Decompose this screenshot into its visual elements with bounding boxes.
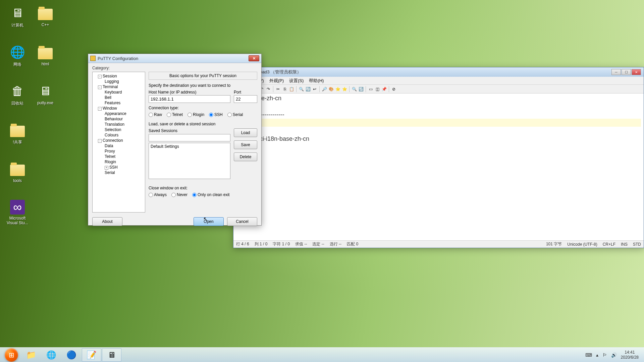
load-button[interactable]: Load (234, 128, 257, 137)
tree-item-appearance[interactable]: Appearance (93, 111, 144, 116)
close-button[interactable]: ✕ (249, 55, 259, 61)
save-button[interactable]: Save (234, 140, 257, 149)
desktop-icon--[interactable]: !共享 (4, 122, 31, 145)
radio-close-only-on-clean-exit[interactable]: Only on clean exit (192, 192, 229, 197)
ime-icon[interactable]: ⌨ (585, 352, 592, 358)
zoom-in-icon[interactable]: 🔎 (321, 86, 327, 92)
tree-toggle-icon[interactable]: - (98, 75, 102, 78)
tree-toggle-icon[interactable]: - (98, 85, 102, 89)
notepad3-titlebar[interactable]: xt [I:\] - Notepad3 （管理员权限） ─ ☐ ✕ (233, 67, 644, 77)
taskbar-chrome[interactable]: 🔵 (62, 348, 81, 362)
tree-item-bell[interactable]: Bell (93, 95, 144, 100)
search-icon[interactable]: 🔍 (351, 86, 357, 92)
tree-item-session[interactable]: -Session (93, 73, 144, 79)
radio-input[interactable] (171, 193, 176, 197)
tree-item-behaviour[interactable]: Behaviour (93, 116, 144, 122)
tray-clock[interactable]: 14:41 2020/6/28 (621, 350, 639, 360)
action-center-icon[interactable]: 🏳 (602, 352, 607, 358)
tree-item-colours[interactable]: Colours (93, 132, 144, 138)
tree-item-proxy[interactable]: Proxy (93, 148, 144, 154)
tree-item-rlogin[interactable]: Rlogin (93, 159, 144, 165)
pin-icon[interactable]: 📌 (381, 86, 387, 92)
window-icon[interactable]: ▭ (368, 86, 374, 92)
tree-item-features[interactable]: Features (93, 100, 144, 106)
start-button[interactable] (2, 348, 21, 362)
favorites-icon[interactable]: ⭐ (335, 86, 341, 92)
taskbar-notepad3[interactable]: 📝 (82, 348, 101, 362)
wordwrap-icon[interactable]: ↩ (312, 86, 318, 92)
radio-telnet[interactable]: Telnet (167, 112, 183, 117)
tree-item-terminal[interactable]: -Terminal (93, 84, 144, 89)
menu-item[interactable]: 帮助(H) (307, 77, 326, 84)
redo-icon[interactable]: ↷ (265, 86, 271, 92)
desktop-icon-html[interactable]: html (32, 44, 59, 66)
radio-input[interactable] (149, 193, 153, 197)
radio-input[interactable] (167, 113, 171, 117)
paste-icon[interactable]: 📋 (288, 86, 294, 92)
tree-toggle-icon[interactable]: - (98, 107, 102, 111)
close-button[interactable]: ✕ (632, 69, 641, 75)
desktop-icon-C-[interactable]: C++ (32, 5, 59, 27)
find-icon[interactable]: 🔍 (298, 86, 304, 92)
desktop-icon--[interactable]: 🌐网络 (4, 44, 31, 67)
split-icon[interactable]: ◫ (374, 86, 380, 92)
tree-toggle-icon[interactable]: + (105, 166, 108, 170)
clear-icon[interactable]: ⊘ (391, 86, 397, 92)
tree-item-window[interactable]: -Window (93, 106, 144, 111)
cancel-button[interactable]: Cancel (227, 217, 257, 226)
notepad3-editor[interactable]: -i18n-base-zh-cn -----------------------… (233, 94, 644, 240)
taskbar-chrome-canary[interactable]: 🌐 (42, 348, 61, 362)
taskbar-explorer[interactable]: 📁 (21, 348, 41, 362)
tree-item-telnet[interactable]: Telnet (93, 154, 144, 159)
putty-config-dialog[interactable]: PuTTY Configuration ✕ Category: -Session… (88, 54, 262, 226)
tree-item-data[interactable]: Data (93, 143, 144, 148)
port-input[interactable] (234, 95, 257, 103)
tree-toggle-icon[interactable]: - (98, 139, 102, 143)
category-tree[interactable]: -SessionLogging-TerminalKeyboardBellFeat… (92, 72, 145, 213)
menu-item[interactable]: 设置(S) (287, 77, 306, 84)
open-button[interactable]: Open (194, 217, 224, 226)
host-input[interactable] (149, 95, 230, 103)
notepad3-window[interactable]: xt [I:\] - Notepad3 （管理员权限） ─ ☐ ✕ (E)查看(… (233, 67, 644, 248)
session-item[interactable]: Default Settings (150, 144, 229, 149)
tree-item-serial[interactable]: Serial (93, 170, 144, 175)
maximize-button[interactable]: ☐ (622, 69, 631, 75)
refresh-icon[interactable]: 🔃 (358, 86, 364, 92)
tree-item-selection[interactable]: Selection (93, 127, 144, 132)
system-tray[interactable]: ⌨ ▴ 🏳 🔊 14:41 2020/6/28 (585, 350, 642, 360)
delete-button[interactable]: Delete (234, 153, 257, 161)
radio-rlogin[interactable]: Rlogin (187, 112, 204, 117)
radio-serial[interactable]: Serial (227, 112, 243, 117)
replace-icon[interactable]: 🔄 (305, 86, 311, 92)
saved-session-input[interactable] (149, 134, 230, 141)
desktop-icon--[interactable]: 🖥计算机 (4, 5, 31, 28)
desktop-icon-putty-exe[interactable]: 🖥putty.exe (32, 83, 59, 105)
radio-input[interactable] (149, 113, 153, 117)
radio-input[interactable] (227, 113, 232, 117)
scheme-icon[interactable]: 🎨 (328, 86, 334, 92)
copy-icon[interactable]: ⎘ (282, 86, 288, 92)
volume-icon[interactable]: 🔊 (611, 352, 617, 358)
desktop-icon-tools[interactable]: tools (4, 161, 31, 183)
radio-close-never[interactable]: Never (171, 192, 187, 197)
radio-input[interactable] (209, 113, 213, 117)
cut-icon[interactable]: ✂ (275, 86, 281, 92)
session-list[interactable]: Default Settings (149, 143, 230, 179)
radio-raw[interactable]: Raw (149, 112, 162, 117)
radio-input[interactable] (192, 193, 197, 197)
tree-item-keyboard[interactable]: Keyboard (93, 89, 144, 95)
radio-ssh[interactable]: SSH (209, 112, 223, 117)
tray-expand-icon[interactable]: ▴ (596, 352, 598, 358)
radio-close-always[interactable]: Always (149, 192, 167, 197)
menu-item[interactable]: 外观(P) (267, 77, 286, 84)
putty-titlebar[interactable]: PuTTY Configuration ✕ (88, 54, 261, 63)
taskbar-putty[interactable]: 🖥 (102, 348, 121, 362)
tree-item-translation[interactable]: Translation (93, 122, 144, 127)
tree-item-connection[interactable]: -Connection (93, 138, 144, 143)
minimize-button[interactable]: ─ (611, 69, 621, 75)
tree-item-ssh[interactable]: +SSH (93, 165, 144, 170)
desktop-icon--[interactable]: 🗑回收站 (4, 83, 31, 106)
tree-item-logging[interactable]: Logging (93, 79, 144, 84)
about-button[interactable]: About (92, 217, 122, 226)
add-fav-icon[interactable]: ⭐ (341, 86, 347, 92)
